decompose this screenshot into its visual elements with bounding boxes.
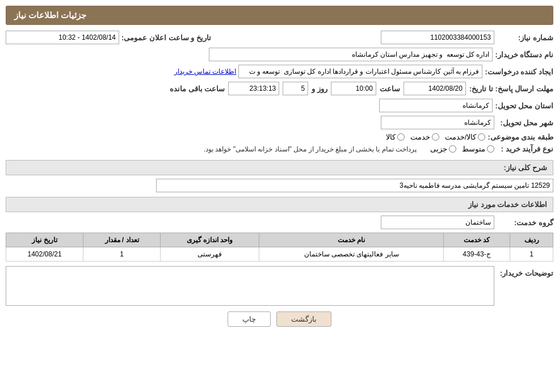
- purchase-type-partial-radio[interactable]: [449, 145, 456, 153]
- services-table: ردیف کد خدمت نام خدمت واحد اندازه گیری ت…: [6, 233, 553, 262]
- need-number-input[interactable]: [381, 31, 494, 44]
- time-label: ساعت: [380, 85, 400, 93]
- category-radio-group: کالا خدمت کالا/خدمت: [386, 133, 486, 141]
- page-header: جزئیات اطلاعات نیاز: [6, 6, 553, 25]
- btn-group: بازگشت چاپ: [6, 311, 553, 327]
- deadline-time-input[interactable]: [331, 82, 376, 95]
- back-button[interactable]: بازگشت: [276, 311, 331, 327]
- response-deadline-label: مهلت ارسال پاسخ: تا تاریخ:: [469, 85, 553, 93]
- category-kala-khedmat[interactable]: کالا/خدمت: [445, 133, 486, 141]
- province-label: استان محل تحویل:: [495, 102, 553, 110]
- cell-unit: فهرستی: [160, 247, 259, 262]
- creator-label: ایجاد کننده درخواست:: [485, 68, 553, 76]
- purchase-type-medium-label: متوسط: [462, 145, 485, 153]
- purchase-type-radio-group: جزیی متوسط: [430, 145, 494, 153]
- day-label: روز و: [312, 85, 327, 93]
- cell-code: ج-43-439: [443, 247, 510, 262]
- category-kala[interactable]: کالا: [386, 133, 405, 141]
- table-row: 1 ج-43-439 سایر فعالیتهای تخصصی ساختمان …: [6, 247, 553, 262]
- cell-count: 1: [83, 247, 161, 262]
- purchase-type-medium-radio[interactable]: [487, 145, 494, 153]
- category-kala-khedmat-label: کالا/خدمت: [445, 133, 477, 141]
- purchase-type-partial[interactable]: جزیی: [430, 145, 456, 153]
- category-khedmat-radio[interactable]: [432, 133, 439, 141]
- category-khedmat-label: خدمت: [410, 133, 430, 141]
- description-label: شرح کلی نیاز:: [503, 163, 547, 172]
- services-section-title: اطلاعات خدمات مورد نیاز: [6, 197, 553, 212]
- category-label: طبقه بندی موضوعی:: [487, 133, 553, 141]
- need-number-label: شماره نیاز:: [497, 33, 553, 42]
- buyer-org-input[interactable]: [209, 48, 493, 61]
- buyer-comments-label: توضیحات خریدار:: [497, 266, 553, 277]
- page-title: جزئیات اطلاعات نیاز: [14, 10, 86, 20]
- col-count: تعداد / مقدار: [83, 233, 161, 247]
- purchase-type-notice: پرداخت تمام یا بخشی از مبلغ خریدار از مح…: [204, 145, 417, 153]
- col-code: کد خدمت: [443, 233, 510, 247]
- deadline-date-input[interactable]: [404, 82, 466, 95]
- city-input[interactable]: [381, 116, 494, 129]
- category-kala-khedmat-radio[interactable]: [478, 133, 485, 141]
- cell-date: 1402/08/21: [6, 247, 83, 262]
- col-unit: واحد اندازه گیری: [160, 233, 259, 247]
- col-row: ردیف: [510, 233, 553, 247]
- col-name: نام خدمت: [259, 233, 444, 247]
- city-label: شهر محل تحویل:: [497, 119, 553, 127]
- service-group-label: گروه خدمت:: [497, 218, 553, 227]
- public-announcement-label: تاریخ و ساعت اعلان عمومی:: [121, 33, 211, 42]
- services-table-wrapper: ردیف کد خدمت نام خدمت واحد اندازه گیری ت…: [6, 233, 553, 262]
- creator-input[interactable]: [238, 65, 482, 78]
- province-input[interactable]: [379, 99, 493, 112]
- deadline-days-input[interactable]: [283, 82, 308, 95]
- deadline-remain-input[interactable]: [228, 82, 279, 95]
- col-date: تاریخ نیاز: [6, 233, 83, 247]
- category-khedmat[interactable]: خدمت: [410, 133, 439, 141]
- purchase-type-label: نوع فرآیند خرید :: [497, 145, 553, 153]
- print-button[interactable]: چاپ: [228, 311, 271, 327]
- public-announcement-input[interactable]: [6, 31, 119, 44]
- creator-contact-link[interactable]: اطلاعات تماس خریدار: [174, 68, 237, 75]
- category-kala-label: کالا: [386, 133, 396, 141]
- description-input[interactable]: [156, 179, 553, 192]
- description-section-title: شرح کلی نیاز:: [6, 160, 553, 175]
- service-group-input[interactable]: [381, 216, 494, 229]
- buyer-comments-textarea[interactable]: [6, 266, 494, 306]
- purchase-type-medium[interactable]: متوسط: [462, 145, 494, 153]
- category-kala-radio[interactable]: [397, 133, 405, 141]
- purchase-type-partial-label: جزیی: [430, 145, 447, 153]
- cell-name: سایر فعالیتهای تخصصی ساختمان: [259, 247, 444, 262]
- remain-label: ساعت باقی مانده: [170, 85, 225, 93]
- buyer-org-label: نام دستگاه خریدار:: [495, 50, 553, 59]
- cell-row: 1: [510, 247, 553, 262]
